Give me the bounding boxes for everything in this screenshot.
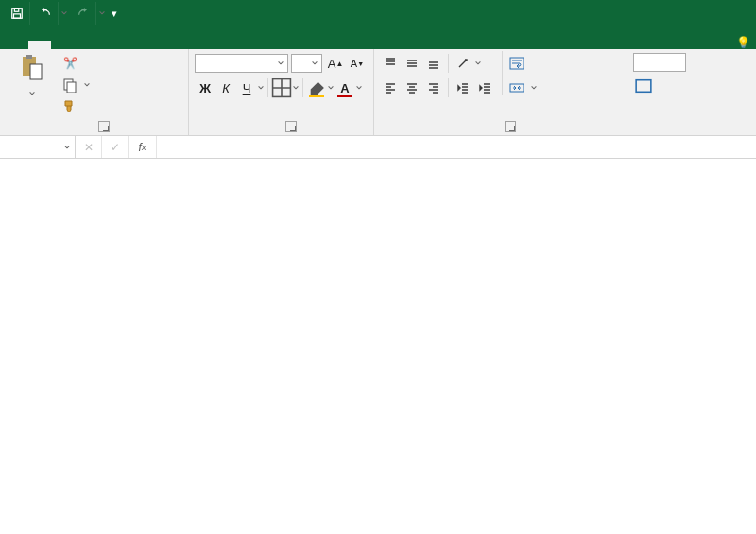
svg-rect-1 <box>14 9 18 12</box>
group-alignment <box>374 49 627 135</box>
chevron-down-icon <box>277 58 284 69</box>
font-color-button[interactable]: А <box>335 78 355 98</box>
orientation-button[interactable] <box>453 53 473 74</box>
wrap-text-button[interactable] <box>509 53 538 74</box>
group-font: A▲ A▼ Ж К Ч А <box>189 49 374 135</box>
svg-rect-11 <box>636 80 651 93</box>
increase-font-icon[interactable]: A▲ <box>325 53 346 74</box>
font-size-select[interactable] <box>291 54 322 73</box>
merge-center-button[interactable] <box>509 78 538 98</box>
fill-color-button[interactable] <box>306 78 327 98</box>
cancel-formula-icon[interactable]: ✕ <box>76 136 102 158</box>
borders-dropdown-icon[interactable] <box>292 81 300 95</box>
quick-access-toolbar: ▾ <box>0 0 756 26</box>
merge-dropdown-icon[interactable] <box>530 81 538 95</box>
tab-home[interactable] <box>28 41 51 49</box>
copy-icon <box>62 78 77 93</box>
borders-button[interactable] <box>271 78 292 98</box>
enter-formula-icon[interactable]: ✓ <box>102 136 129 158</box>
redo-icon[interactable] <box>70 2 96 25</box>
undo-icon[interactable] <box>32 2 59 25</box>
number-format-select[interactable] <box>633 53 686 72</box>
alignment-launcher-icon[interactable] <box>505 121 516 132</box>
underline-button[interactable]: Ч <box>236 78 257 98</box>
decrease-indent-button[interactable] <box>453 78 473 98</box>
svg-rect-7 <box>67 82 76 93</box>
align-top-button[interactable] <box>380 53 401 74</box>
fill-color-dropdown-icon[interactable] <box>327 81 335 95</box>
qat-customize-icon[interactable]: ▾ <box>108 8 121 20</box>
align-center-button[interactable] <box>402 78 422 98</box>
font-color-dropdown-icon[interactable] <box>355 81 363 95</box>
tab-data[interactable] <box>119 41 142 49</box>
cut-button[interactable]: ✂️ <box>62 53 91 74</box>
tab-review[interactable] <box>142 41 164 49</box>
align-left-button[interactable] <box>380 78 401 98</box>
copy-dropdown-icon[interactable] <box>83 78 91 92</box>
tell-me[interactable]: 💡 <box>736 36 756 49</box>
lightbulb-icon: 💡 <box>736 36 750 49</box>
clipboard-launcher-icon[interactable] <box>98 121 110 132</box>
accounting-format-button[interactable] <box>633 76 654 96</box>
align-right-button[interactable] <box>423 78 444 98</box>
merge-icon <box>509 80 524 95</box>
undo-dropdown-icon[interactable] <box>60 7 68 20</box>
redo-dropdown-icon[interactable] <box>98 7 106 20</box>
tab-developer[interactable] <box>187 41 210 49</box>
format-painter-icon <box>62 99 77 114</box>
italic-button[interactable]: К <box>215 78 236 98</box>
increase-indent-button[interactable] <box>474 78 495 98</box>
paste-dropdown-icon[interactable] <box>28 87 36 100</box>
format-painter-button[interactable] <box>62 96 91 117</box>
fx-icon[interactable]: fx <box>129 136 157 158</box>
align-bottom-button[interactable] <box>423 53 444 74</box>
ribbon: ✂️ <box>0 49 756 136</box>
font-launcher-icon[interactable] <box>285 121 297 132</box>
chevron-down-icon <box>63 141 71 154</box>
align-middle-button[interactable] <box>402 53 422 74</box>
tab-view[interactable] <box>164 41 187 49</box>
formula-input[interactable] <box>157 136 756 158</box>
group-number <box>627 49 756 135</box>
underline-dropdown-icon[interactable] <box>257 81 265 95</box>
tab-page-layout[interactable] <box>74 41 96 49</box>
paste-button[interactable] <box>6 51 59 119</box>
scissors-icon: ✂️ <box>62 56 77 71</box>
paste-icon <box>17 53 47 83</box>
tab-file[interactable] <box>6 41 28 49</box>
tab-formulas[interactable] <box>96 41 119 49</box>
svg-rect-10 <box>510 84 524 92</box>
font-name-select[interactable] <box>195 54 288 73</box>
save-icon[interactable] <box>4 2 30 25</box>
svg-rect-4 <box>26 55 32 59</box>
svg-rect-5 <box>30 64 42 79</box>
tab-insert[interactable] <box>51 41 74 49</box>
ribbon-tabs: 💡 <box>0 26 756 49</box>
orientation-dropdown-icon[interactable] <box>474 57 482 70</box>
chevron-down-icon <box>311 58 318 69</box>
decrease-font-icon[interactable]: A▼ <box>347 53 368 74</box>
bold-button[interactable]: Ж <box>195 78 215 98</box>
copy-button[interactable] <box>62 75 91 95</box>
svg-rect-2 <box>13 14 20 18</box>
wrap-text-icon <box>509 56 524 71</box>
name-box[interactable] <box>0 136 76 158</box>
formula-bar: ✕ ✓ fx <box>0 136 756 159</box>
group-clipboard: ✂️ <box>0 49 189 135</box>
